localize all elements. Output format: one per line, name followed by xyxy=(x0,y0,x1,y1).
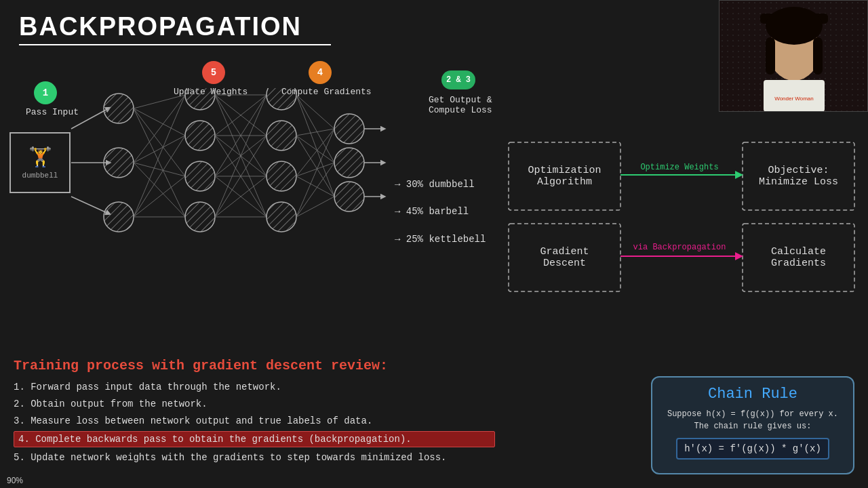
chain-rule-box: Chain Rule Suppose h(x) = f(g(x)) for ev… xyxy=(651,376,854,474)
svg-point-14 xyxy=(104,94,134,123)
list-item-3: 3. Measure loss between network output a… xyxy=(14,414,495,428)
svg-line-64 xyxy=(296,129,334,217)
svg-point-16 xyxy=(104,202,134,232)
svg-line-23 xyxy=(134,163,185,176)
badge-step5: 5 xyxy=(202,61,225,84)
chain-rule-title: Chain Rule xyxy=(660,386,845,403)
list-item-2: 2. Obtain output from the network. xyxy=(14,397,495,411)
input-label: dumbbell xyxy=(22,171,58,180)
svg-point-65 xyxy=(334,114,364,144)
svg-point-15 xyxy=(104,148,134,178)
output-25: → 25% kettlebell xyxy=(395,233,486,245)
svg-point-50 xyxy=(267,121,296,150)
svg-line-24 xyxy=(134,163,185,217)
flow-panel: Optimize Weights via Backpropagation Opt… xyxy=(502,136,868,352)
svg-text:Wonder Woman: Wonder Woman xyxy=(774,96,814,102)
svg-line-17 xyxy=(134,95,185,108)
svg-point-49 xyxy=(267,88,296,110)
svg-point-67 xyxy=(334,182,364,211)
training-title: Training process with gradient descent r… xyxy=(14,358,495,373)
list-item-5: 5. Update network weights with the gradi… xyxy=(14,451,495,464)
svg-line-21 xyxy=(134,95,185,163)
list-item-4-highlighted: 4. Complete backwards pass to obtain the… xyxy=(14,431,495,447)
objective-minimize-loss-box: Objective: Minimize Loss xyxy=(743,142,854,210)
list-item-1: 1. Forward pass input data through the n… xyxy=(14,380,495,394)
svg-point-66 xyxy=(334,148,364,178)
svg-point-29 xyxy=(185,88,215,110)
chain-rule-formula-text: h'(x) = f'(g(x)) * g'(x) xyxy=(684,443,821,454)
input-box: 🏋️ dumbbell xyxy=(9,132,71,193)
svg-point-30 xyxy=(185,121,215,150)
webcam-person: Wonder Woman xyxy=(719,1,867,111)
training-section: Training process with gradient descent r… xyxy=(14,358,495,468)
svg-line-13 xyxy=(71,197,108,214)
svg-line-27 xyxy=(134,176,185,217)
page-title: BACKPROPAGATION xyxy=(19,12,331,41)
title-area: BACKPROPAGATION xyxy=(19,12,331,45)
svg-line-20 xyxy=(134,108,185,217)
svg-line-60 xyxy=(296,136,334,197)
svg-rect-6 xyxy=(766,37,775,75)
svg-point-52 xyxy=(267,202,296,232)
title-underline xyxy=(19,44,331,45)
svg-line-63 xyxy=(296,176,334,197)
training-list: 1. Forward pass input data through the n… xyxy=(14,380,495,464)
optimization-algorithm-box: Optimization Algorithm xyxy=(509,142,620,210)
svg-line-11 xyxy=(71,108,108,129)
svg-line-53 xyxy=(296,95,334,129)
svg-line-25 xyxy=(134,95,185,217)
webcam: Wonder Woman xyxy=(719,0,868,112)
svg-line-62 xyxy=(296,163,334,217)
svg-rect-7 xyxy=(813,37,823,75)
badge-step1: 1 xyxy=(34,81,57,104)
output-30: → 30% dumbbell xyxy=(395,178,475,190)
svg-text:Optimize Weights: Optimize Weights xyxy=(640,163,718,172)
percent-indicator: 90% xyxy=(7,476,23,485)
svg-point-32 xyxy=(185,202,215,232)
badge-step4: 4 xyxy=(309,61,332,84)
badge-step23: 2 & 3 xyxy=(441,70,475,89)
svg-line-54 xyxy=(296,129,334,136)
svg-point-31 xyxy=(185,161,215,191)
svg-point-5 xyxy=(766,7,823,45)
svg-line-26 xyxy=(134,136,185,217)
svg-line-22 xyxy=(134,136,185,163)
chain-rule-description: Suppose h(x) = f(g(x)) for every x. The … xyxy=(660,408,845,432)
gradient-descent-box: Gradient Descent xyxy=(509,224,620,291)
svg-line-56 xyxy=(296,197,334,217)
svg-line-58 xyxy=(296,136,334,163)
output-45: → 45% barbell xyxy=(395,205,469,218)
svg-line-19 xyxy=(134,108,185,176)
svg-line-59 xyxy=(296,95,334,197)
dumbbell-icon: 🏋️ xyxy=(28,146,52,169)
svg-text:via Backpropagation: via Backpropagation xyxy=(633,243,726,252)
calculate-gradients-box: Calculate Gradients xyxy=(743,224,854,291)
svg-point-51 xyxy=(267,161,296,191)
chain-rule-formula: h'(x) = f'(g(x)) * g'(x) xyxy=(676,438,829,460)
